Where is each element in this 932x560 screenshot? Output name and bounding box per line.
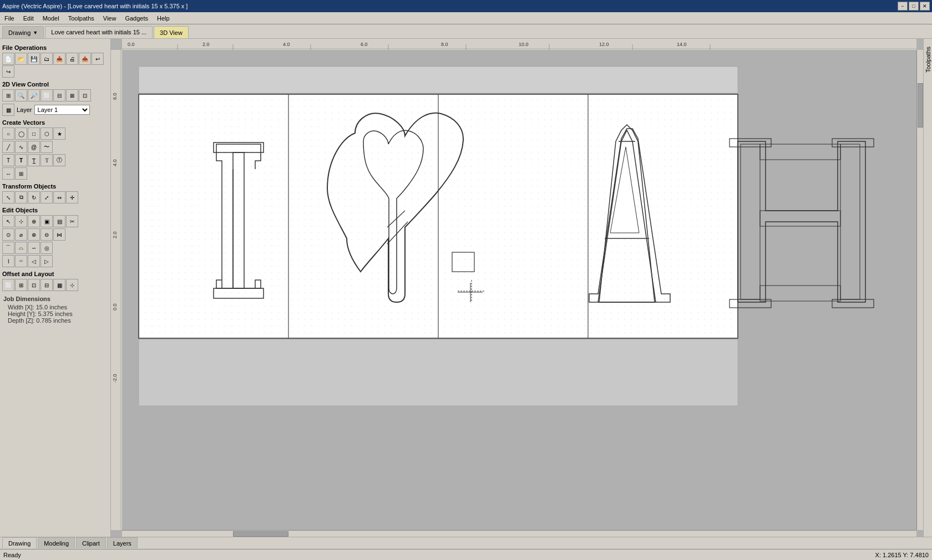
move-button[interactable]: ⤡ xyxy=(2,191,14,203)
array-button[interactable]: ✛ xyxy=(66,191,78,203)
canvas-area[interactable]: 0.0 2.0 4.0 6.0 8.0 10.0 12.0 14.0 xyxy=(111,39,923,537)
section-file-ops: File Operations xyxy=(2,44,108,51)
copy-layout-button[interactable]: ⊹ xyxy=(66,279,78,291)
edit-knife-button[interactable]: ✂ xyxy=(66,215,78,227)
smooth-button[interactable]: ∽ xyxy=(28,242,40,254)
zoom-in-button[interactable]: 🔍 xyxy=(15,89,27,101)
table-button[interactable]: ⊞ xyxy=(15,167,27,180)
dimension-button[interactable]: ↔ xyxy=(2,167,14,180)
view-toggle1[interactable]: ⊟ xyxy=(53,89,65,101)
svg-rect-52 xyxy=(139,67,738,93)
text-engraved-button[interactable]: T̲ xyxy=(28,154,40,166)
canvas-content[interactable] xyxy=(122,50,916,530)
panel-tab-drawing[interactable]: Drawing ▼ xyxy=(2,26,44,38)
spiral2-button[interactable]: ◎ xyxy=(40,242,53,254)
bottom-tab-layers[interactable]: Layers xyxy=(107,537,138,548)
draw-line-button[interactable]: ╱ xyxy=(2,141,14,153)
node-edit-button[interactable]: ↖ xyxy=(2,215,14,227)
drawing-svg[interactable] xyxy=(122,50,916,530)
copy-button[interactable]: ⧉ xyxy=(15,191,27,203)
edit-join-button[interactable]: ⊕ xyxy=(28,215,40,227)
export-button[interactable]: 📤 xyxy=(79,53,91,65)
layer-icon[interactable]: ▦ xyxy=(2,104,14,116)
trim-button[interactable]: ⌀ xyxy=(15,228,27,241)
menu-gadgets[interactable]: Gadgets xyxy=(120,12,153,24)
view-toggle3[interactable]: ⊡ xyxy=(79,89,91,101)
bottom-tab-drawing[interactable]: Drawing xyxy=(2,537,37,548)
draw-star-button[interactable]: ★ xyxy=(53,128,65,140)
mirror-button[interactable]: ⇔ xyxy=(53,191,65,203)
draw-spiral-button[interactable]: @ xyxy=(28,141,40,153)
doc-tab[interactable]: Love carved heart with initials 15 ... xyxy=(45,26,153,38)
svg-text:0.0: 0.0 xyxy=(128,42,135,47)
bottom-tab-clipart[interactable]: Clipart xyxy=(76,537,106,548)
vertical-scrollbar[interactable] xyxy=(916,50,923,530)
draw-circle-button[interactable]: ○ xyxy=(2,128,14,140)
right-panel-tab[interactable]: Toolpaths xyxy=(923,39,932,537)
menu-model[interactable]: Model xyxy=(38,12,64,24)
chamfer-button[interactable]: ⌓ xyxy=(15,242,27,254)
titlebar: Aspire (Vectric Aspire) - [Love carved h… xyxy=(0,0,932,12)
open-file-button[interactable]: 📂 xyxy=(15,53,27,65)
align-button[interactable]: ⊡ xyxy=(28,279,40,291)
edit-toolbar1: ↖ ⊹ ⊕ ▣ ▤ ✂ xyxy=(2,215,108,227)
zoom-selected-button[interactable]: ⬜ xyxy=(40,89,53,101)
scale-button[interactable]: ⤢ xyxy=(40,191,53,203)
text-decorative-button[interactable]: 𝕋 xyxy=(40,154,53,166)
menu-edit[interactable]: Edit xyxy=(19,12,38,24)
minimize-button[interactable]: − xyxy=(898,2,908,11)
menu-file[interactable]: File xyxy=(0,12,19,24)
zoom-extents-button[interactable]: ⊞ xyxy=(2,89,14,101)
nesting-button[interactable]: ⊞ xyxy=(15,279,27,291)
undo-button[interactable]: ↩ xyxy=(92,53,104,65)
fillet-button[interactable]: ⌒ xyxy=(2,242,14,254)
draw-curve-button[interactable]: ∿ xyxy=(15,141,27,153)
drawing-tab-arrow[interactable]: ▼ xyxy=(33,30,38,35)
menu-toolpaths[interactable]: Toolpaths xyxy=(64,12,99,24)
arrow-right-button[interactable]: ▷ xyxy=(40,255,53,267)
save-file-button[interactable]: 💾 xyxy=(28,53,40,65)
edit-select-button[interactable]: ⊹ xyxy=(15,215,27,227)
redo-button[interactable]: ↪ xyxy=(2,65,14,78)
print-button[interactable]: 🖨 xyxy=(66,53,78,65)
weld-button[interactable]: ⊙ xyxy=(2,228,14,241)
edit-ungroup-button[interactable]: ▤ xyxy=(53,215,65,227)
job-depth-row: Depth [Z]: 0.785 inches xyxy=(3,317,107,324)
draw-wave-button[interactable]: 〜 xyxy=(40,141,53,153)
arrow-left-button[interactable]: ◁ xyxy=(28,255,40,267)
draw-polygon-button[interactable]: ⬡ xyxy=(40,128,53,140)
text-on-curve-button[interactable]: T xyxy=(15,154,27,166)
close-button[interactable]: ✕ xyxy=(920,2,930,11)
save-as-button[interactable]: 🗂 xyxy=(40,53,53,65)
subtract-button[interactable]: ⊖ xyxy=(40,228,53,241)
svg-rect-43 xyxy=(741,144,760,299)
edit-toolbar2: ⊙ ⌀ ⊗ ⊖ ⋈ xyxy=(2,228,108,241)
view-toggle2[interactable]: ⊠ xyxy=(66,89,78,101)
horizontal-scrollbar[interactable] xyxy=(122,530,916,537)
spline-button[interactable]: ⌇ xyxy=(2,255,14,267)
text-arc-button[interactable]: Ⓣ xyxy=(53,154,65,166)
zoom-out-button[interactable]: 🔎 xyxy=(28,89,40,101)
morph-button[interactable]: ⋈ xyxy=(53,228,65,241)
toolpaths-tab-label[interactable]: Toolpaths xyxy=(924,44,933,75)
tab-3d-view[interactable]: 3D View xyxy=(154,26,189,38)
layer-select[interactable]: Layer 1 xyxy=(34,105,90,115)
edit-group-button[interactable]: ▣ xyxy=(40,215,53,227)
intersect-button[interactable]: ⊗ xyxy=(28,228,40,241)
grid-button[interactable]: ▦ xyxy=(53,279,65,291)
draw-rect-button[interactable]: □ xyxy=(28,128,40,140)
maximize-button[interactable]: □ xyxy=(909,2,919,11)
bottom-tab-modeling[interactable]: Modeling xyxy=(38,537,75,548)
arc-button[interactable]: ⌔ xyxy=(15,255,27,267)
v-scroll-thumb[interactable] xyxy=(918,83,923,128)
menu-help[interactable]: Help xyxy=(153,12,174,24)
draw-ellipse-button[interactable]: ◯ xyxy=(15,128,27,140)
distribute-button[interactable]: ⊟ xyxy=(40,279,53,291)
h-scroll-thumb[interactable] xyxy=(233,531,288,537)
rotate-button[interactable]: ↻ xyxy=(28,191,40,203)
offset-button[interactable]: ⬜ xyxy=(2,279,14,291)
menu-view[interactable]: View xyxy=(99,12,121,24)
text-tool-button[interactable]: T xyxy=(2,154,14,166)
import-button[interactable]: 📥 xyxy=(53,53,65,65)
new-file-button[interactable]: 📄 xyxy=(2,53,14,65)
